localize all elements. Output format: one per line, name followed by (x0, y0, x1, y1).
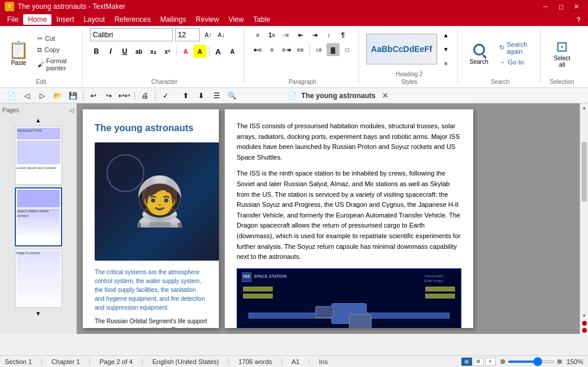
page-thumbnail-1[interactable]: NEWSLETTER Lorem ipsum text content (15, 126, 62, 185)
panel-collapse-button[interactable]: ◁ (69, 107, 74, 113)
paste-button[interactable]: 📋 Paste (5, 38, 33, 69)
cut-button[interactable]: ✂ Cut (35, 34, 77, 44)
undo-button[interactable]: ↩ (87, 89, 100, 102)
styles-scroll-up-button[interactable]: ▲ (440, 28, 453, 41)
new-document-button[interactable]: 📄 (5, 89, 18, 102)
search-button[interactable]: Search (465, 38, 493, 67)
page-thumbnail-2[interactable]: Space station article content (15, 187, 62, 246)
outline-button[interactable]: ◦≡ (280, 28, 293, 41)
nav-left-button[interactable]: ◁ (20, 89, 33, 102)
menu-review[interactable]: Review (191, 14, 224, 25)
scroll-up-button[interactable]: ▲ (35, 117, 41, 124)
styles-more-button[interactable]: ≡ (440, 57, 453, 70)
zoom-increase-button[interactable] (557, 359, 562, 364)
scroll-down-button[interactable]: ▼ (35, 310, 41, 317)
menu-bar: File Home Insert Layout References Maili… (0, 13, 588, 26)
copy-icon: ⧉ (37, 46, 42, 54)
format-painter-button[interactable]: 🖌 Format painter (35, 56, 77, 73)
scroll-thumb[interactable] (581, 142, 587, 202)
font-size-input[interactable] (175, 28, 200, 41)
view-normal-button[interactable]: ▤ (461, 358, 472, 366)
line-spacing-button[interactable]: ↕≡ (312, 43, 325, 56)
undo-more-button[interactable]: ↩↩ (118, 89, 131, 102)
sort-button[interactable]: ↕ (322, 28, 335, 41)
font-size-decrease-button[interactable]: A↓ (215, 29, 227, 41)
right-para-1: The ISS consists of pressurised habitati… (237, 121, 461, 163)
font-size-down-button[interactable]: A (226, 45, 239, 58)
scroll-down-arrow[interactable]: ▼ (580, 311, 588, 320)
italic-button[interactable]: I (104, 45, 117, 58)
menu-file[interactable]: File (2, 14, 23, 25)
subscript-button[interactable]: x₂ (147, 45, 160, 58)
doc-close-button[interactable]: ✕ (382, 92, 388, 100)
redo-button[interactable]: ↪ (102, 89, 115, 102)
open-button[interactable]: 📂 (51, 89, 64, 102)
status-words: 1706 words (238, 358, 272, 365)
status-sep-1 (41, 358, 42, 365)
view-outline-button[interactable]: ≡ (485, 358, 496, 366)
restore-button[interactable]: ◻ (554, 1, 568, 12)
bullets-button[interactable]: ≡ (251, 28, 264, 41)
page-thumbnail-3[interactable]: Page 3 content (15, 249, 62, 308)
vertical-scrollbar[interactable]: ▲ ▼ (580, 103, 588, 334)
menu-view[interactable]: View (224, 14, 248, 25)
border-button[interactable]: □ (341, 43, 354, 56)
numbered-list-button[interactable]: 1≡ (266, 28, 279, 41)
font-size-up-button[interactable]: A (212, 45, 225, 58)
increase-indent-button[interactable]: ⇥ (308, 28, 321, 41)
nav-page-down-button[interactable]: ⬇ (195, 89, 208, 102)
menu-references[interactable]: References (109, 14, 155, 25)
scroll-up-arrow[interactable]: ▲ (580, 103, 588, 112)
go-to-icon: → (499, 59, 506, 66)
go-to-button[interactable]: → Go to (496, 57, 536, 67)
zoom-decrease-button[interactable] (500, 359, 505, 364)
pilcrow-button[interactable]: ¶ (337, 28, 350, 41)
superscript-button[interactable]: x² (161, 45, 174, 58)
underline-button[interactable]: U (118, 45, 131, 58)
print-button[interactable]: 🖨 (138, 89, 151, 102)
menu-mailings[interactable]: Mailings (156, 14, 191, 25)
close-button[interactable]: ✕ (569, 1, 583, 12)
search-again-button[interactable]: ↻ Search again (496, 40, 536, 56)
app-icon: T (5, 2, 14, 11)
save-button[interactable]: 💾 (66, 89, 79, 102)
sidebar-toggle-button[interactable]: ☰ (210, 89, 223, 102)
status-sep-2 (89, 358, 90, 365)
styles-scroll-down-button[interactable]: ▼ (440, 43, 453, 56)
select-all-button[interactable]: ⊡ Select all (548, 36, 576, 70)
scroll-track[interactable] (580, 112, 588, 311)
strikethrough-button[interactable]: ab (133, 45, 146, 58)
view-web-button[interactable]: ⊞ (473, 358, 484, 366)
decrease-indent-button[interactable]: ⇤ (294, 28, 307, 41)
menu-table[interactable]: Table (248, 14, 275, 25)
help-button[interactable]: ? (571, 14, 586, 25)
align-left-button[interactable]: ⇤≡ (251, 43, 264, 56)
window-title: The young astronauts - TextMaker (18, 2, 125, 11)
active-style-name: Heading 2 (366, 71, 453, 77)
align-center-button[interactable]: ≡ (266, 43, 279, 56)
minimize-button[interactable]: ─ (538, 1, 553, 12)
zoom-slider[interactable] (508, 360, 555, 363)
justify-button[interactable]: ≡≡ (294, 43, 307, 56)
bold-button[interactable]: B (90, 45, 103, 58)
status-cell: A1 (292, 358, 299, 365)
thumb-2-content: Space station article content (17, 209, 60, 238)
paragraph-group-label: Paragraph (251, 77, 354, 85)
search-sidebar-button[interactable]: 🔍 (225, 89, 238, 102)
nav-right-button[interactable]: ▷ (35, 89, 49, 102)
menu-insert[interactable]: Insert (51, 14, 79, 25)
nav-page-up-button[interactable]: ⬆ (179, 89, 192, 102)
styles-gallery[interactable]: AaBbCcDdEeFf (366, 34, 437, 64)
menu-layout[interactable]: Layout (79, 14, 109, 25)
font-color-button[interactable]: A (179, 45, 192, 58)
align-right-button[interactable]: ≡⇥ (280, 43, 293, 56)
spell-check-button[interactable]: ✓ (159, 89, 172, 102)
font-name-input[interactable] (90, 28, 173, 41)
toolbar-separator-2 (134, 91, 135, 100)
page-title: The young astronauts (95, 121, 207, 135)
menu-home[interactable]: Home (23, 14, 51, 25)
shading-button[interactable]: ▓ (327, 43, 340, 56)
font-size-increase-button[interactable]: A↑ (202, 29, 214, 41)
copy-button[interactable]: ⧉ Copy (35, 45, 77, 55)
highlight-button[interactable]: A (193, 45, 206, 58)
